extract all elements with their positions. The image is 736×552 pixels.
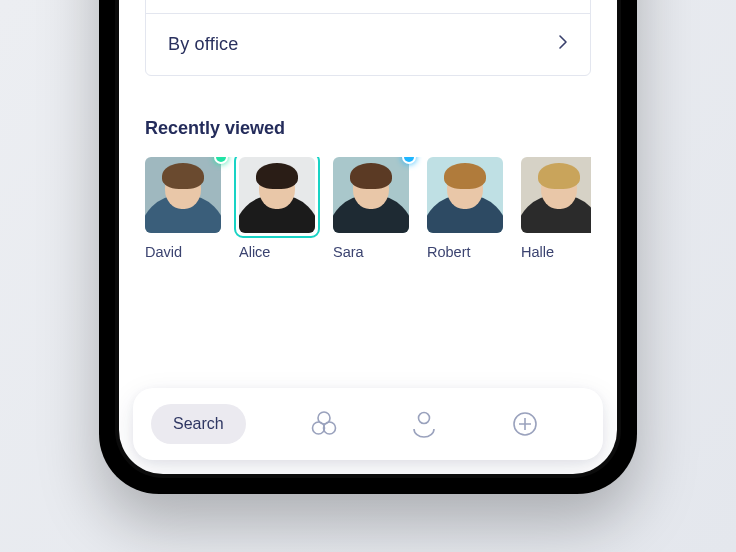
person-card[interactable]: Alice [239, 157, 315, 260]
recently-viewed-title: Recently viewed [145, 118, 591, 139]
person-card[interactable]: David [145, 157, 221, 260]
avatar[interactable] [145, 157, 221, 233]
groups-icon[interactable] [304, 404, 344, 444]
status-dot [216, 157, 226, 162]
screen-content: By office Recently viewed DavidAliceSara… [119, 0, 617, 474]
tab-search[interactable]: Search [151, 404, 246, 444]
person-name: David [145, 244, 182, 260]
avatar[interactable] [521, 157, 591, 233]
portrait-placeholder [145, 157, 221, 233]
filter-row-by-office[interactable]: By office [146, 13, 590, 75]
tab-bar: Search [133, 388, 603, 460]
avatar[interactable] [333, 157, 409, 233]
app-screen: By office Recently viewed DavidAliceSara… [119, 0, 617, 474]
add-icon[interactable] [505, 404, 545, 444]
person-name: Sara [333, 244, 364, 260]
phone-bezel: By office Recently viewed DavidAliceSara… [115, 0, 621, 478]
portrait-placeholder [239, 157, 315, 233]
person-name: Robert [427, 244, 471, 260]
svg-point-3 [419, 413, 430, 424]
chevron-right-icon [558, 34, 568, 55]
filter-label: By office [168, 34, 239, 55]
person-card[interactable]: Sara [333, 157, 409, 260]
portrait-placeholder [427, 157, 503, 233]
person-card[interactable]: Robert [427, 157, 503, 260]
portrait-placeholder [521, 157, 591, 233]
person-name: Alice [239, 244, 270, 260]
portrait-placeholder [333, 157, 409, 233]
tab-search-label: Search [173, 415, 224, 432]
phone-frame: By office Recently viewed DavidAliceSara… [99, 0, 637, 494]
filter-card: By office [145, 0, 591, 76]
avatar[interactable] [427, 157, 503, 233]
avatar[interactable] [239, 157, 315, 233]
filter-row-prev[interactable] [146, 0, 590, 13]
tab-icons-group [254, 404, 585, 444]
profile-icon[interactable] [404, 404, 444, 444]
recently-viewed-strip[interactable]: DavidAliceSaraRobertHalle [145, 157, 591, 260]
status-dot [404, 157, 414, 162]
person-card[interactable]: Halle [521, 157, 591, 260]
person-name: Halle [521, 244, 554, 260]
